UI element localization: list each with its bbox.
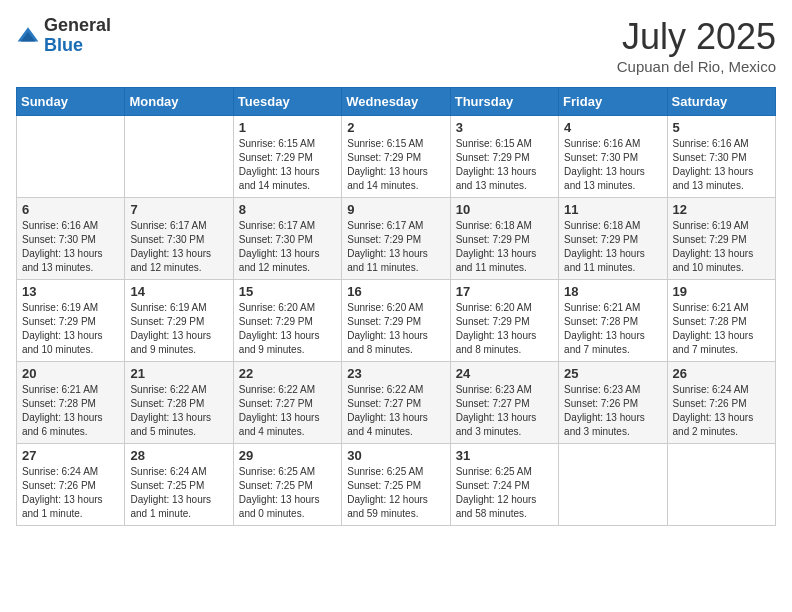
table-row: 15Sunrise: 6:20 AM Sunset: 7:29 PM Dayli… <box>233 280 341 362</box>
day-info: Sunrise: 6:25 AM Sunset: 7:25 PM Dayligh… <box>239 465 336 521</box>
day-info: Sunrise: 6:22 AM Sunset: 7:27 PM Dayligh… <box>239 383 336 439</box>
logo-icon <box>16 24 40 48</box>
table-row: 22Sunrise: 6:22 AM Sunset: 7:27 PM Dayli… <box>233 362 341 444</box>
col-monday: Monday <box>125 88 233 116</box>
day-number: 9 <box>347 202 444 217</box>
logo-general-text: General <box>44 16 111 36</box>
calendar-week-row: 20Sunrise: 6:21 AM Sunset: 7:28 PM Dayli… <box>17 362 776 444</box>
day-info: Sunrise: 6:21 AM Sunset: 7:28 PM Dayligh… <box>673 301 770 357</box>
day-number: 26 <box>673 366 770 381</box>
table-row: 27Sunrise: 6:24 AM Sunset: 7:26 PM Dayli… <box>17 444 125 526</box>
table-row: 12Sunrise: 6:19 AM Sunset: 7:29 PM Dayli… <box>667 198 775 280</box>
table-row: 17Sunrise: 6:20 AM Sunset: 7:29 PM Dayli… <box>450 280 558 362</box>
table-row: 29Sunrise: 6:25 AM Sunset: 7:25 PM Dayli… <box>233 444 341 526</box>
day-info: Sunrise: 6:20 AM Sunset: 7:29 PM Dayligh… <box>347 301 444 357</box>
table-row: 10Sunrise: 6:18 AM Sunset: 7:29 PM Dayli… <box>450 198 558 280</box>
table-row: 3Sunrise: 6:15 AM Sunset: 7:29 PM Daylig… <box>450 116 558 198</box>
day-info: Sunrise: 6:22 AM Sunset: 7:28 PM Dayligh… <box>130 383 227 439</box>
day-number: 4 <box>564 120 661 135</box>
day-number: 1 <box>239 120 336 135</box>
day-number: 16 <box>347 284 444 299</box>
calendar-week-row: 6Sunrise: 6:16 AM Sunset: 7:30 PM Daylig… <box>17 198 776 280</box>
day-number: 10 <box>456 202 553 217</box>
day-info: Sunrise: 6:23 AM Sunset: 7:27 PM Dayligh… <box>456 383 553 439</box>
table-row: 7Sunrise: 6:17 AM Sunset: 7:30 PM Daylig… <box>125 198 233 280</box>
day-number: 3 <box>456 120 553 135</box>
day-number: 14 <box>130 284 227 299</box>
logo-blue-text: Blue <box>44 36 111 56</box>
day-info: Sunrise: 6:21 AM Sunset: 7:28 PM Dayligh… <box>564 301 661 357</box>
table-row: 11Sunrise: 6:18 AM Sunset: 7:29 PM Dayli… <box>559 198 667 280</box>
calendar-header-row: Sunday Monday Tuesday Wednesday Thursday… <box>17 88 776 116</box>
day-number: 19 <box>673 284 770 299</box>
day-info: Sunrise: 6:24 AM Sunset: 7:25 PM Dayligh… <box>130 465 227 521</box>
day-number: 13 <box>22 284 119 299</box>
day-number: 22 <box>239 366 336 381</box>
day-info: Sunrise: 6:15 AM Sunset: 7:29 PM Dayligh… <box>347 137 444 193</box>
table-row: 18Sunrise: 6:21 AM Sunset: 7:28 PM Dayli… <box>559 280 667 362</box>
day-info: Sunrise: 6:15 AM Sunset: 7:29 PM Dayligh… <box>239 137 336 193</box>
col-saturday: Saturday <box>667 88 775 116</box>
calendar-week-row: 27Sunrise: 6:24 AM Sunset: 7:26 PM Dayli… <box>17 444 776 526</box>
day-info: Sunrise: 6:24 AM Sunset: 7:26 PM Dayligh… <box>673 383 770 439</box>
day-number: 28 <box>130 448 227 463</box>
col-wednesday: Wednesday <box>342 88 450 116</box>
table-row: 28Sunrise: 6:24 AM Sunset: 7:25 PM Dayli… <box>125 444 233 526</box>
col-friday: Friday <box>559 88 667 116</box>
day-info: Sunrise: 6:19 AM Sunset: 7:29 PM Dayligh… <box>673 219 770 275</box>
table-row <box>559 444 667 526</box>
day-info: Sunrise: 6:25 AM Sunset: 7:25 PM Dayligh… <box>347 465 444 521</box>
day-info: Sunrise: 6:25 AM Sunset: 7:24 PM Dayligh… <box>456 465 553 521</box>
day-number: 8 <box>239 202 336 217</box>
calendar-week-row: 13Sunrise: 6:19 AM Sunset: 7:29 PM Dayli… <box>17 280 776 362</box>
day-number: 6 <box>22 202 119 217</box>
table-row: 21Sunrise: 6:22 AM Sunset: 7:28 PM Dayli… <box>125 362 233 444</box>
day-number: 15 <box>239 284 336 299</box>
logo: General Blue <box>16 16 111 56</box>
day-info: Sunrise: 6:17 AM Sunset: 7:29 PM Dayligh… <box>347 219 444 275</box>
col-tuesday: Tuesday <box>233 88 341 116</box>
day-number: 12 <box>673 202 770 217</box>
day-info: Sunrise: 6:15 AM Sunset: 7:29 PM Dayligh… <box>456 137 553 193</box>
table-row: 14Sunrise: 6:19 AM Sunset: 7:29 PM Dayli… <box>125 280 233 362</box>
table-row: 31Sunrise: 6:25 AM Sunset: 7:24 PM Dayli… <box>450 444 558 526</box>
table-row: 9Sunrise: 6:17 AM Sunset: 7:29 PM Daylig… <box>342 198 450 280</box>
day-number: 25 <box>564 366 661 381</box>
calendar-table: Sunday Monday Tuesday Wednesday Thursday… <box>16 87 776 526</box>
calendar-week-row: 1Sunrise: 6:15 AM Sunset: 7:29 PM Daylig… <box>17 116 776 198</box>
table-row <box>667 444 775 526</box>
table-row: 13Sunrise: 6:19 AM Sunset: 7:29 PM Dayli… <box>17 280 125 362</box>
day-info: Sunrise: 6:20 AM Sunset: 7:29 PM Dayligh… <box>456 301 553 357</box>
month-year-title: July 2025 <box>617 16 776 58</box>
table-row: 24Sunrise: 6:23 AM Sunset: 7:27 PM Dayli… <box>450 362 558 444</box>
day-info: Sunrise: 6:16 AM Sunset: 7:30 PM Dayligh… <box>22 219 119 275</box>
table-row: 4Sunrise: 6:16 AM Sunset: 7:30 PM Daylig… <box>559 116 667 198</box>
day-number: 7 <box>130 202 227 217</box>
table-row <box>17 116 125 198</box>
day-info: Sunrise: 6:17 AM Sunset: 7:30 PM Dayligh… <box>130 219 227 275</box>
table-row: 25Sunrise: 6:23 AM Sunset: 7:26 PM Dayli… <box>559 362 667 444</box>
table-row: 5Sunrise: 6:16 AM Sunset: 7:30 PM Daylig… <box>667 116 775 198</box>
day-number: 5 <box>673 120 770 135</box>
col-sunday: Sunday <box>17 88 125 116</box>
col-thursday: Thursday <box>450 88 558 116</box>
day-number: 21 <box>130 366 227 381</box>
table-row <box>125 116 233 198</box>
table-row: 6Sunrise: 6:16 AM Sunset: 7:30 PM Daylig… <box>17 198 125 280</box>
day-number: 30 <box>347 448 444 463</box>
table-row: 8Sunrise: 6:17 AM Sunset: 7:30 PM Daylig… <box>233 198 341 280</box>
day-number: 27 <box>22 448 119 463</box>
day-number: 17 <box>456 284 553 299</box>
title-block: July 2025 Cupuan del Rio, Mexico <box>617 16 776 75</box>
day-number: 23 <box>347 366 444 381</box>
location-subtitle: Cupuan del Rio, Mexico <box>617 58 776 75</box>
day-number: 29 <box>239 448 336 463</box>
day-number: 18 <box>564 284 661 299</box>
table-row: 19Sunrise: 6:21 AM Sunset: 7:28 PM Dayli… <box>667 280 775 362</box>
page-header: General Blue July 2025 Cupuan del Rio, M… <box>16 16 776 75</box>
table-row: 26Sunrise: 6:24 AM Sunset: 7:26 PM Dayli… <box>667 362 775 444</box>
table-row: 23Sunrise: 6:22 AM Sunset: 7:27 PM Dayli… <box>342 362 450 444</box>
day-info: Sunrise: 6:16 AM Sunset: 7:30 PM Dayligh… <box>673 137 770 193</box>
table-row: 1Sunrise: 6:15 AM Sunset: 7:29 PM Daylig… <box>233 116 341 198</box>
day-info: Sunrise: 6:22 AM Sunset: 7:27 PM Dayligh… <box>347 383 444 439</box>
